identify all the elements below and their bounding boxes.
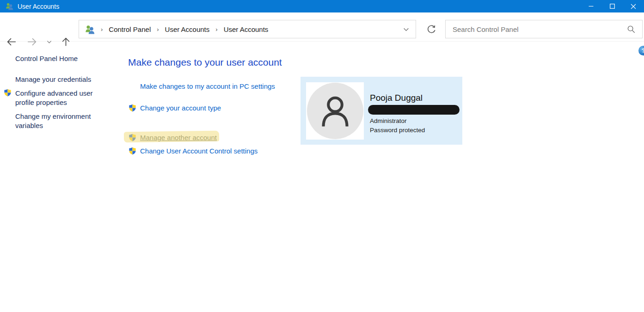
breadcrumb-user-accounts-2[interactable]: User Accounts bbox=[224, 25, 269, 33]
address-bar[interactable]: › Control Panel › User Accounts › User A… bbox=[79, 20, 416, 38]
close-icon bbox=[631, 4, 636, 9]
up-button[interactable] bbox=[60, 36, 72, 48]
user-password-status: Password protected bbox=[370, 127, 425, 134]
breadcrumb-control-panel[interactable]: Control Panel bbox=[109, 25, 151, 33]
address-dropdown-button[interactable] bbox=[403, 26, 410, 33]
chevron-down-icon bbox=[403, 26, 410, 33]
close-button[interactable] bbox=[623, 0, 644, 12]
sidebar-item-manage-credentials[interactable]: Manage your credentials bbox=[15, 75, 91, 84]
current-user-panel: Pooja Duggal Administrator Password prot… bbox=[301, 77, 462, 145]
refresh-button[interactable] bbox=[422, 20, 441, 38]
arrow-right-icon bbox=[26, 36, 38, 48]
refresh-icon bbox=[426, 24, 437, 35]
avatar-circle bbox=[307, 83, 363, 139]
uac-shield-icon bbox=[129, 134, 136, 141]
breadcrumb-separator: › bbox=[215, 26, 217, 33]
person-silhouette-icon bbox=[315, 91, 355, 131]
user-accounts-app-icon bbox=[6, 2, 13, 10]
uac-shield-icon bbox=[129, 104, 136, 112]
uac-shield-icon bbox=[129, 147, 136, 155]
minimize-button[interactable] bbox=[580, 0, 601, 12]
avatar[interactable] bbox=[306, 82, 364, 140]
question-mark-icon: ? bbox=[642, 48, 644, 54]
help-button[interactable]: ? bbox=[638, 46, 644, 55]
breadcrumb: › Control Panel › User Accounts › User A… bbox=[95, 25, 268, 33]
recent-locations-button[interactable] bbox=[45, 38, 53, 45]
page-title: Make changes to your user account bbox=[128, 57, 282, 68]
maximize-button[interactable] bbox=[601, 0, 623, 12]
user-name: Pooja Duggal bbox=[370, 93, 423, 103]
uac-shield-icon bbox=[4, 89, 12, 97]
title-bar: User Accounts bbox=[0, 0, 644, 12]
forward-button[interactable] bbox=[26, 36, 38, 48]
user-role: Administrator bbox=[370, 117, 407, 124]
link-manage-another-account[interactable]: Manage another account bbox=[140, 134, 217, 141]
chevron-down-icon bbox=[46, 39, 52, 45]
arrow-up-icon bbox=[60, 36, 72, 48]
sidebar-item-change-environment-variables[interactable]: Change my environment variables bbox=[15, 112, 98, 130]
link-change-uac-settings[interactable]: Change User Account Control settings bbox=[140, 147, 258, 155]
link-pc-settings[interactable]: Make changes to my account in PC setting… bbox=[140, 82, 275, 90]
sidebar-item-configure-advanced-profile[interactable]: Configure advanced user profile properti… bbox=[15, 89, 95, 107]
breadcrumb-user-accounts[interactable]: User Accounts bbox=[165, 25, 210, 33]
minimize-icon bbox=[589, 4, 594, 9]
maximize-icon bbox=[610, 4, 615, 9]
link-change-account-type[interactable]: Change your account type bbox=[140, 104, 221, 112]
arrow-left-icon bbox=[6, 36, 17, 48]
sidebar-item-control-panel-home[interactable]: Control Panel Home bbox=[15, 54, 78, 63]
user-accounts-breadcrumb-icon bbox=[85, 24, 95, 34]
back-button[interactable] bbox=[5, 36, 17, 48]
redacted-email-bar bbox=[368, 105, 460, 115]
navigation-bar: › Control Panel › User Accounts › User A… bbox=[0, 12, 644, 42]
breadcrumb-separator: › bbox=[101, 26, 103, 33]
search-input[interactable] bbox=[453, 25, 626, 33]
search-box bbox=[445, 20, 643, 38]
search-icon[interactable] bbox=[626, 24, 636, 34]
breadcrumb-separator: › bbox=[157, 26, 159, 33]
window-title: User Accounts bbox=[18, 3, 59, 10]
user-accounts-window: User Accounts › bbox=[0, 0, 644, 312]
